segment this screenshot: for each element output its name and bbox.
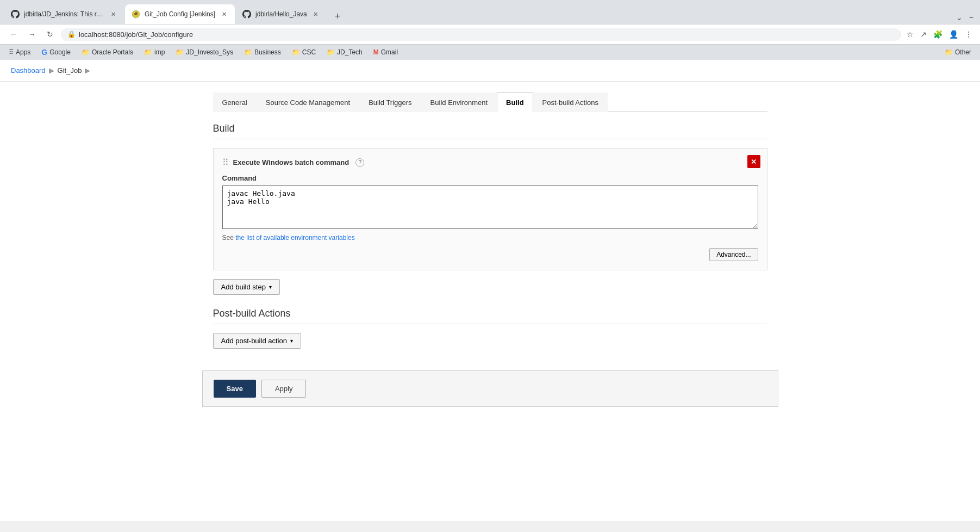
config-tabs: General Source Code Management Build Tri… (213, 92, 767, 112)
menu-button[interactable]: ⋮ (964, 29, 973, 40)
tab1-title: jdbirla/JD_Jenkins: This repositor... (24, 10, 104, 18)
bookmark-jd-investo-sys[interactable]: 📁 JD_Investo_Sys (173, 47, 235, 57)
tab-list-button[interactable]: ⌄ (954, 11, 965, 24)
env-link[interactable]: the list of available environment variab… (235, 234, 354, 242)
google-icon: G (41, 48, 47, 57)
tab-source-code-management[interactable]: Source Code Management (257, 92, 359, 112)
breadcrumb-job: Git_Job (58, 66, 82, 75)
bookmarks-bar: ⠿ Apps G Google 📁 Oracle Portals 📁 imp 📁… (0, 44, 980, 60)
folder-icon-5: 📁 (292, 48, 300, 56)
tab3-title: jdbirla/Hello_Java (255, 10, 307, 18)
new-tab-button[interactable]: + (330, 9, 345, 24)
breadcrumb: Dashboard ▶ Git_Job ▶ (0, 60, 980, 82)
bookmark-apps[interactable]: ⠿ Apps (7, 47, 33, 57)
save-button[interactable]: Save (214, 380, 256, 398)
advanced-button[interactable]: Advanced... (709, 248, 758, 261)
github-icon-tab1 (11, 10, 20, 18)
add-build-step-arrow: ▾ (269, 284, 272, 290)
page-content: Dashboard ▶ Git_Job ▶ General Source Cod… (0, 60, 980, 521)
breadcrumb-arrow2: ▶ (85, 66, 90, 75)
build-step-header: ⠿ Execute Windows batch command ? (222, 157, 758, 168)
post-build-section-title: Post-build Actions (213, 308, 767, 324)
bookmark-jd-tech[interactable]: 📁 JD_Tech (324, 47, 365, 57)
drag-handle-icon[interactable]: ⠿ (222, 157, 229, 168)
bookmark-other-label: Other (955, 48, 971, 56)
lock-icon: 🔒 (67, 30, 76, 38)
bookmark-business[interactable]: 📁 Business (242, 47, 283, 57)
folder-icon-2: 📁 (144, 48, 152, 56)
bookmark-csc-label: CSC (302, 48, 316, 56)
tab-general[interactable]: General (213, 92, 257, 112)
tab-jdbirla-hello-java[interactable]: jdbirla/Hello_Java ✕ (236, 4, 327, 24)
tab3-close[interactable]: ✕ (311, 10, 320, 18)
forward-button[interactable]: → (25, 28, 39, 41)
address-bar: ← → ↻ 🔒 localhost:8080/job/Git_Job/confi… (0, 24, 980, 44)
tab2-title: Git_Job Config [Jenkins] (145, 10, 215, 18)
help-icon[interactable]: ? (355, 158, 364, 167)
tab-build[interactable]: Build (497, 92, 533, 112)
delete-step-button[interactable]: ✕ (747, 155, 760, 168)
reload-button[interactable]: ↻ (43, 28, 57, 41)
config-area: General Source Code Management Build Tri… (202, 82, 778, 360)
tab1-close[interactable]: ✕ (109, 10, 117, 18)
url-actions: ☆ ↗ 🧩 👤 ⋮ (906, 29, 973, 40)
gmail-icon: M (373, 48, 379, 56)
apps-icon: ⠿ (9, 48, 14, 56)
bookmark-oracle-portals[interactable]: 📁 Oracle Portals (79, 47, 135, 57)
bookmark-gmail[interactable]: M Gmail (371, 47, 400, 57)
share-button[interactable]: ↗ (919, 29, 928, 40)
apply-button[interactable]: Apply (261, 380, 307, 398)
bookmark-jd-investo-label: JD_Investo_Sys (186, 48, 233, 56)
bookmark-business-label: Business (254, 48, 281, 56)
bookmark-gmail-label: Gmail (381, 48, 398, 56)
bookmark-csc[interactable]: 📁 CSC (290, 47, 318, 57)
folder-icon-6: 📁 (327, 48, 335, 56)
extensions-button[interactable]: 🧩 (932, 29, 944, 40)
folder-icon-4: 📁 (244, 48, 252, 56)
tab-bar: jdbirla/JD_Jenkins: This repositor... ✕ … (0, 0, 980, 24)
url-bar[interactable]: 🔒 localhost:8080/job/Git_Job/configure (61, 28, 901, 41)
bookmark-imp-label: imp (154, 48, 165, 56)
back-button[interactable]: ← (7, 28, 21, 41)
command-textarea[interactable]: javac Hello.java java Hello (222, 185, 758, 229)
add-post-build-button[interactable]: Add post-build action ▾ (213, 333, 301, 349)
github-icon-tab3 (242, 10, 251, 18)
profile-button[interactable]: 👤 (948, 29, 959, 40)
jenkins-icon-tab2 (132, 10, 140, 18)
minimize-button[interactable]: − (967, 11, 976, 24)
advanced-btn-row: Advanced... (222, 248, 758, 261)
bookmark-google[interactable]: G Google (39, 47, 73, 58)
tab2-close[interactable]: ✕ (220, 10, 228, 18)
step-title: Execute Windows batch command (233, 158, 349, 166)
folder-icon-1: 📁 (82, 48, 90, 56)
url-text: localhost:8080/job/Git_Job/configure (79, 30, 895, 39)
breadcrumb-dashboard[interactable]: Dashboard (11, 66, 46, 75)
folder-icon-3: 📁 (176, 48, 184, 56)
tab-git-job-config[interactable]: Git_Job Config [Jenkins] ✕ (125, 4, 235, 24)
tab-build-environment[interactable]: Build Environment (421, 92, 497, 112)
tab-jdbirla-jenkins[interactable]: jdbirla/JD_Jenkins: This repositor... ✕ (4, 4, 124, 24)
bookmark-oracle-portals-label: Oracle Portals (92, 48, 133, 56)
add-post-build-arrow: ▾ (290, 338, 293, 344)
build-section-title: Build (213, 123, 767, 139)
tab-post-build-actions[interactable]: Post-build Actions (533, 92, 608, 112)
tab-build-triggers[interactable]: Build Triggers (359, 92, 421, 112)
build-step-windows-batch: ⠿ Execute Windows batch command ? ✕ Comm… (213, 148, 767, 270)
bookmark-google-label: Google (49, 48, 71, 56)
folder-icon-other: 📁 (945, 48, 953, 56)
breadcrumb-arrow1: ▶ (49, 66, 54, 75)
env-link-text: See the list of available environment va… (222, 234, 758, 242)
tab-expand-area: ⌄ − (954, 11, 976, 24)
add-build-step-label: Add build step (221, 283, 266, 291)
bookmark-other[interactable]: 📁 Other (942, 47, 973, 57)
add-post-build-label: Add post-build action (221, 337, 287, 345)
bookmark-imp[interactable]: 📁 imp (142, 47, 167, 57)
add-build-step-button[interactable]: Add build step ▾ (213, 279, 280, 295)
bookmark-star-button[interactable]: ☆ (906, 29, 915, 40)
bookmark-jd-tech-label: JD_Tech (337, 48, 363, 56)
command-label: Command (222, 174, 758, 182)
bookmark-apps-label: Apps (16, 48, 30, 56)
post-build-section: Post-build Actions Add post-build action… (213, 308, 767, 349)
svg-point-2 (134, 12, 135, 13)
action-bar: Save Apply (202, 370, 778, 407)
